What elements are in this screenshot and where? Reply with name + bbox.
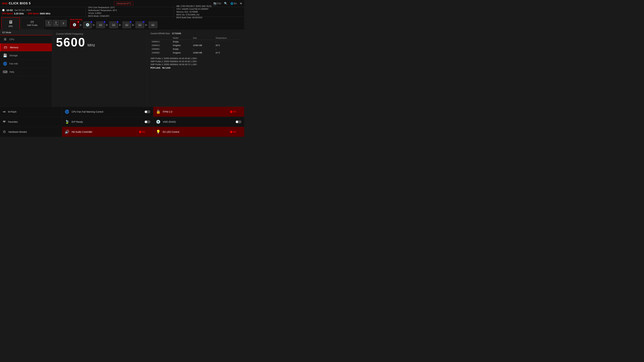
- xmp-profile-label: XMP Profile: [27, 24, 38, 26]
- clock-icon: 🕙: [2, 9, 5, 11]
- bottom-row-1: ➡ M-Flash 🌀 CPU Fan Fail Warning Control…: [0, 107, 244, 117]
- vcore: VCore: 0.956V: [88, 12, 171, 14]
- xmp-profile-2: XMP Profile 2: DDR5 5600MHz 40-40-40-80 …: [150, 60, 241, 63]
- sidebar-cpu-label: CPU: [10, 38, 14, 41]
- hw-monitor-button[interactable]: ⚙ Hardware Monitor: [3, 127, 59, 137]
- audio-on-indicator: ON: [139, 131, 145, 133]
- boot-devices: 💿! ▶ 💿U ▶ 🖴U ▶ 🖴U ▶ 🖴U ▶ 🖴U ▶: [70, 21, 243, 28]
- model-dimmb1: Empty: [172, 47, 192, 51]
- sidebar-item-memory[interactable]: 🗃 Memory: [0, 43, 52, 51]
- screenshot-icon[interactable]: 📷 F12: [213, 2, 221, 5]
- cpu-fan-warn-label: CPU Fan Fail Warning Control: [72, 110, 103, 113]
- ddr-speed-label: DDR Speed: [28, 12, 39, 15]
- dram-size-row: Current DRAM Size: 32768MB: [150, 32, 241, 35]
- sidebar-item-fan-info[interactable]: 🌀 Fan Info: [0, 60, 52, 68]
- boot-device-6[interactable]: 🖴U: [136, 21, 144, 28]
- ftpm-section: 🔒 fTPM 2.0 ON: [153, 107, 244, 117]
- cpu-temp: CPU Core Temperature: 23°C: [88, 6, 171, 9]
- sidebar-memory-label: Memory: [10, 46, 18, 49]
- bios-ver: BIOS Ver: E7E23IMS.142: [176, 13, 242, 16]
- size-dimma1: -: [192, 40, 214, 44]
- search-icon[interactable]: 🔍: [224, 2, 228, 5]
- ftpm-button[interactable]: 🔒 fTPM 2.0 ON: [153, 107, 239, 117]
- status-right: MB: Z790 PROJECT ZERO (MS-7E23) CPU: Int…: [174, 7, 244, 16]
- model-dimmb2: Kingston: [172, 51, 192, 55]
- mflash-label: M-Flash: [8, 110, 16, 113]
- ftpm-label: fTPM 2.0: [163, 110, 172, 113]
- table-header-slot: [150, 36, 172, 40]
- ddr-speed-value: 5600 MHz: [40, 12, 50, 15]
- erp-section: 🍃 ErP Ready: [62, 117, 153, 127]
- boot-device-4[interactable]: 🖴U: [109, 21, 118, 28]
- mflash-button[interactable]: ➡ M-Flash: [3, 107, 59, 117]
- audio-label: HD Audio Controller: [72, 131, 92, 133]
- sidebar-item-help[interactable]: ⌨ Help: [0, 68, 52, 76]
- cpu-label: CPU: [8, 25, 12, 27]
- xmp-num-1[interactable]: 11 user: [45, 20, 52, 27]
- xmp-profiles: XMP Profile 1: DDR5 6000MHz 40-40-40-80 …: [150, 57, 241, 66]
- dram-table: Model Size Temperature DIMMA1: Empty - -…: [150, 36, 241, 55]
- audio-icon: 🔊: [65, 130, 69, 134]
- storage-icon: 💾: [3, 53, 8, 57]
- boot-device-2[interactable]: 💿U: [83, 21, 92, 28]
- bios-mode: BIOS Mode: CSM/UEFI: [88, 15, 171, 17]
- favorites-icon: ❤: [3, 120, 6, 124]
- cpu-button[interactable]: 🖥 CPU: [1, 17, 20, 29]
- current-date: Sat 29 Jun, 2024: [14, 9, 31, 11]
- erp-icon: 🍃: [65, 120, 69, 124]
- fan-icon: 🌀: [3, 62, 8, 66]
- cpu-icon: 🖥: [3, 37, 8, 41]
- boot-device-5[interactable]: 🖴U: [122, 21, 131, 28]
- led-icon: 💡: [156, 130, 160, 134]
- vmd-button[interactable]: 💿 VMD (RAID): [156, 117, 242, 127]
- cpu-speed-value: 3.20 GHz: [14, 12, 24, 15]
- favorites-section: ❤ Favorites: [0, 117, 62, 127]
- cpu-fan-warn-button[interactable]: 🌀 CPU Fan Fail Warning Control: [65, 107, 150, 117]
- boot-arrow-6: ▶: [145, 23, 148, 27]
- status-bar: 🕙 10:02 Sat 29 Jun, 2024 CPU Speed 3.20 …: [0, 7, 244, 17]
- audio-button[interactable]: 🔊 HD Audio Controller ON: [62, 127, 148, 137]
- temp-dimmb1: -: [214, 47, 241, 51]
- xmp-num-2[interactable]: 22 user: [53, 20, 59, 27]
- close-button[interactable]: ✕: [240, 2, 242, 5]
- main: EZ Mode 🖥 CPU 🗃 Memory 💾 Storage 🌀 Fan I…: [0, 30, 244, 107]
- advanced-button[interactable]: Advanced (F7): [114, 1, 133, 5]
- favorites-button[interactable]: ❤ Favorites: [3, 117, 59, 127]
- dram-size-label: Current DRAM Size:: [150, 32, 170, 35]
- boot-device-3[interactable]: 🖴U: [96, 21, 105, 28]
- bottom-row-3: ⚙ Hardware Monitor 🔊 HD Audio Controller…: [0, 127, 244, 137]
- boot-device-1[interactable]: 💿!: [70, 21, 79, 28]
- sidebar: EZ Mode 🖥 CPU 🗃 Memory 💾 Storage 🌀 Fan I…: [0, 30, 52, 107]
- logo: msi CLICK BIOS 5: [2, 2, 31, 5]
- erp-toggle[interactable]: [144, 120, 150, 123]
- xmp-numbers: 11 user 22 user 3: [45, 20, 67, 27]
- dram-freq-unit: MHz: [88, 43, 95, 47]
- model-dimma1: Empty: [172, 40, 192, 44]
- bottom-bar: ➡ M-Flash 🌀 CPU Fan Fail Warning Control…: [0, 107, 244, 137]
- xmp-profile-button[interactable]: 🗃 XMP Profile: [20, 17, 44, 29]
- table-header-model: Model: [172, 36, 192, 40]
- boot-device-7[interactable]: 🖴: [148, 21, 157, 28]
- hw-monitor-icon: ⚙: [3, 130, 6, 134]
- sidebar-item-storage[interactable]: 💾 Storage: [0, 51, 52, 60]
- led-button[interactable]: 💡 EZ LED Control ON: [153, 127, 239, 137]
- language-selector[interactable]: 🌐 En: [230, 2, 237, 5]
- boot-arrow-5: ▶: [132, 23, 134, 27]
- boot-arrow-2: ▶: [93, 23, 95, 27]
- boot-arrow-1: ▶: [80, 23, 82, 27]
- size-dimmb2: 16384 MB: [192, 51, 214, 55]
- erp-label: ErP Ready: [72, 120, 83, 123]
- cpu-fan-warn-toggle[interactable]: [144, 110, 150, 113]
- xmp-profile-1: XMP Profile 1: DDR5 6000MHz 40-40-40-80 …: [150, 57, 241, 60]
- table-header-size: Size: [192, 36, 214, 40]
- boot-arrow-3: ▶: [106, 23, 108, 27]
- status-left: 🕙 10:02 Sat 29 Jun, 2024 CPU Speed 3.20 …: [0, 7, 86, 16]
- pch-limit-value: No Limit: [162, 67, 170, 69]
- dram-size-value: 32768MB: [172, 32, 181, 35]
- xmp-num-3[interactable]: 3: [60, 20, 67, 27]
- vmd-toggle[interactable]: [236, 120, 242, 123]
- hw-monitor-section: ⚙ Hardware Monitor: [0, 127, 62, 137]
- sidebar-item-cpu[interactable]: 🖥 CPU: [0, 35, 52, 43]
- boot-priority: Boot Priority 💿! ▶ 💿U ▶ 🖴U ▶ 🖴U ▶ 🖴U ▶: [70, 18, 243, 28]
- erp-button[interactable]: 🍃 ErP Ready: [65, 117, 150, 127]
